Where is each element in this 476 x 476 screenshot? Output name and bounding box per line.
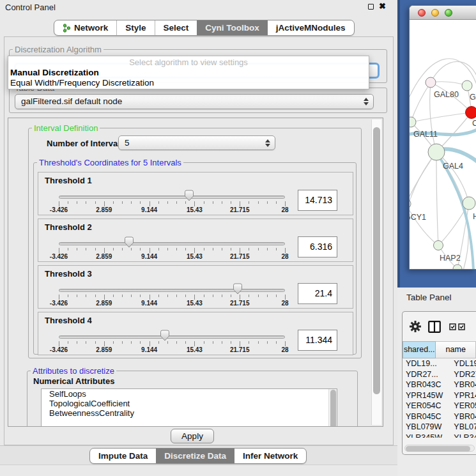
table-row[interactable]: YER054CYER054C xyxy=(403,401,476,411)
tab-impute-data[interactable]: Impute Data xyxy=(90,449,156,463)
tick-mark xyxy=(113,295,114,297)
network-edge xyxy=(431,61,476,82)
dropdown-prompt[interactable]: Select algorithm to view settings xyxy=(8,56,369,68)
table-data-combo[interactable]: galFiltered.sif default node xyxy=(15,94,374,109)
gear-icon[interactable] xyxy=(410,321,421,332)
tick-mark xyxy=(231,295,231,297)
scrollbar-thumb[interactable] xyxy=(373,127,380,394)
tab-label: Select xyxy=(164,20,189,35)
float-window-icon[interactable] xyxy=(368,4,374,10)
tab-network[interactable]: Network xyxy=(54,20,116,35)
table-row[interactable]: YBR043CYBR043C xyxy=(403,380,476,390)
slider-thumb[interactable] xyxy=(184,190,194,201)
network-window-titlebar[interactable] xyxy=(410,6,476,20)
tick-mark xyxy=(222,248,222,250)
tick-mark xyxy=(68,201,68,204)
slider-thumb[interactable] xyxy=(124,236,134,248)
tab-cyni-toolbox[interactable]: Cyni Toolbox xyxy=(197,20,268,35)
threshold-panel: Threshold 4-3.4262.8599.14415.4321.71528… xyxy=(38,312,353,355)
network-node[interactable] xyxy=(434,241,443,250)
threshold-value-field[interactable]: 11.344 xyxy=(298,330,337,351)
tick-mark xyxy=(194,201,195,206)
node-label[interactable]: C xyxy=(472,119,476,128)
table-toolbar xyxy=(403,312,476,341)
node-label[interactable]: GAL4 xyxy=(443,162,463,171)
table-row[interactable]: YBL079WYBL079W xyxy=(403,422,476,433)
tick-mark xyxy=(95,248,96,250)
node-label[interactable]: H xyxy=(473,212,476,221)
number-of-intervals-combo[interactable]: 5 xyxy=(118,135,275,150)
network-node[interactable] xyxy=(428,144,445,160)
tick-mark xyxy=(267,248,268,250)
tab-discretize-data[interactable]: Discretize Data xyxy=(156,449,234,463)
horizontal-scrollbar[interactable] xyxy=(404,445,475,452)
scrollbar-thumb[interactable] xyxy=(406,446,470,452)
threshold-value-field[interactable]: 6.316 xyxy=(298,236,337,257)
checkbox-icon[interactable] xyxy=(458,323,465,330)
list-scrollbar[interactable] xyxy=(328,389,337,427)
tick-mark xyxy=(95,295,96,297)
tick-mark xyxy=(204,295,204,297)
table-row[interactable]: YLR345WYLR345W xyxy=(403,433,476,438)
scale-label: 28 xyxy=(281,253,288,260)
control-panel-titlebar: Control Panel ✖ xyxy=(0,0,397,15)
network-canvas[interactable]: GAL80GACGAL11GAL4GCY1HHAP2 xyxy=(410,20,476,269)
node-label[interactable]: GCY1 xyxy=(410,213,426,222)
slider-track[interactable] xyxy=(59,196,285,199)
numerical-attributes-list[interactable]: SelfLoopsTopologicalCoefficientBetweenne… xyxy=(41,388,337,427)
attribute-list-item[interactable]: SelfLoops xyxy=(42,389,337,399)
close-traffic-light[interactable] xyxy=(418,9,426,17)
node-label[interactable]: GAL80 xyxy=(434,90,459,99)
network-node[interactable] xyxy=(466,107,476,119)
slider-track[interactable] xyxy=(59,335,285,339)
column-header[interactable]: name xyxy=(436,341,476,358)
attribute-list-item[interactable]: TopologicalCoefficient xyxy=(42,399,337,408)
node-label[interactable]: GAL11 xyxy=(413,130,438,139)
settings-scrollpane: Interval Definition Number of Intervals … xyxy=(8,118,383,427)
tab-select[interactable]: Select xyxy=(155,20,197,35)
network-node[interactable] xyxy=(462,81,472,91)
tick-mark xyxy=(213,201,213,204)
zoom-traffic-light[interactable] xyxy=(445,9,452,17)
tick-mark xyxy=(267,341,268,344)
tick-mark xyxy=(285,341,286,346)
node-label[interactable]: GA xyxy=(470,93,476,102)
threshold-value-field[interactable]: 21.4 xyxy=(298,283,337,304)
network-node[interactable] xyxy=(426,77,436,88)
close-icon[interactable]: ✖ xyxy=(379,3,386,10)
tick-mark xyxy=(222,341,222,344)
table-row[interactable]: YDL19...YDL19 xyxy=(403,358,476,369)
number-of-intervals-value: 5 xyxy=(125,138,130,148)
cell-name: YBR043C xyxy=(450,380,476,390)
slider-track[interactable] xyxy=(59,242,285,245)
cell-shared-name: YER054C xyxy=(403,401,450,411)
dropdown-option[interactable]: Equal Width/Frequency Discretization xyxy=(8,78,369,88)
tab-infer-network[interactable]: Infer Network xyxy=(234,449,306,463)
attribute-list-item[interactable]: BetweennessCentrality xyxy=(42,408,337,418)
tab-jactivemnodules[interactable]: jActiveMNodules xyxy=(268,20,354,35)
columns-icon[interactable] xyxy=(428,321,441,333)
minimize-traffic-light[interactable] xyxy=(431,9,439,17)
vertical-scrollbar[interactable] xyxy=(371,119,381,425)
network-node[interactable] xyxy=(453,265,462,269)
table-row[interactable]: YDR27...YDR27 xyxy=(403,369,476,380)
table-row[interactable]: YBR045CYBR045C xyxy=(403,411,476,422)
tick-mark xyxy=(249,341,249,344)
cell-shared-name: YLR345W xyxy=(403,433,450,438)
cell-shared-name: YDL19... xyxy=(403,358,450,369)
threshold-value-field[interactable]: 14.713 xyxy=(298,190,337,211)
network-node[interactable] xyxy=(410,117,416,127)
apply-button[interactable]: Apply xyxy=(171,429,214,443)
checkbox-icon[interactable] xyxy=(449,323,456,330)
node-label[interactable]: HAP2 xyxy=(440,254,461,263)
slider-track[interactable] xyxy=(59,289,285,292)
cell-name: YDL19 xyxy=(450,358,476,369)
table-row[interactable]: YPR145WYPR145W xyxy=(403,390,476,401)
scale-label: 2.859 xyxy=(96,300,112,307)
slider-thumb[interactable] xyxy=(233,283,243,295)
network-node[interactable] xyxy=(463,197,475,210)
dropdown-option[interactable]: Manual Discretization xyxy=(8,68,369,78)
slider-thumb[interactable] xyxy=(160,330,170,341)
tab-style[interactable]: Style xyxy=(116,20,154,35)
column-header[interactable]: shared... xyxy=(403,341,436,358)
